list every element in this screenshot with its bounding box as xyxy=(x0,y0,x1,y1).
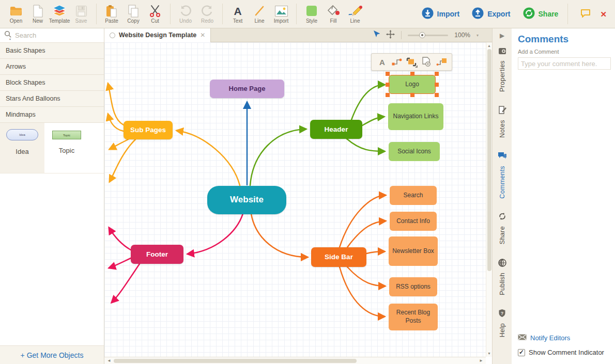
panel-collapse-icon[interactable]: ▶ xyxy=(500,32,504,39)
undo-button[interactable]: Undo xyxy=(175,4,196,24)
tab-properties[interactable]: Properties xyxy=(498,48,506,92)
tab-website-design-template[interactable]: Website Design Template ✕ xyxy=(104,28,211,42)
text-button[interactable]: A Text xyxy=(227,4,249,24)
checkbox-checked-icon[interactable] xyxy=(518,349,525,356)
tab-publish[interactable]: Publish xyxy=(498,259,506,295)
selection-handle[interactable] xyxy=(410,72,414,76)
style-button[interactable]: Style xyxy=(301,4,322,24)
share-button[interactable]: Share xyxy=(523,7,559,21)
tab-notes[interactable]: Notes xyxy=(498,106,506,138)
sidebar-item-mindmaps[interactable]: Mindmaps xyxy=(0,107,104,123)
zoom-slider[interactable] xyxy=(408,35,448,36)
get-more-objects-link[interactable]: + Get More Objects xyxy=(0,345,104,364)
tab-share[interactable]: Share xyxy=(498,212,506,244)
toolbar-divider xyxy=(222,4,223,24)
new-button[interactable]: New xyxy=(27,4,49,24)
comment-input[interactable] xyxy=(518,57,611,70)
sidebar-item-block-shapes[interactable]: Block Shapes xyxy=(0,75,104,91)
vertical-scroll-thumb[interactable] xyxy=(487,49,491,271)
doc-settings-icon xyxy=(422,57,431,67)
copy-pages-icon xyxy=(127,4,140,18)
node-footer[interactable]: Footer xyxy=(131,245,183,264)
import-image-button[interactable]: Import xyxy=(270,4,292,24)
node-sub-pages[interactable]: Sub Pages xyxy=(124,121,173,139)
node-website[interactable]: Website xyxy=(207,186,286,214)
scroll-up-icon[interactable]: ▲ xyxy=(487,42,491,49)
style-swatch-icon xyxy=(305,4,318,18)
template-stack-icon xyxy=(52,4,67,18)
notify-editors-link[interactable]: Notify Editors xyxy=(518,333,570,342)
zoom-slider-knob[interactable] xyxy=(419,32,425,38)
selection-handle[interactable] xyxy=(435,72,439,76)
tab-comments[interactable]: Comments xyxy=(498,152,507,199)
sidebar-item-arrows[interactable]: Arrows xyxy=(0,59,104,75)
shape-gallery: Idea Idea Topic Topic xyxy=(0,123,104,173)
context-link-shape-button[interactable] xyxy=(435,56,448,68)
open-button[interactable]: Open xyxy=(5,4,27,24)
folder-icon xyxy=(9,4,23,18)
selection-handle[interactable] xyxy=(435,83,439,87)
import-button[interactable]: Import xyxy=(422,7,460,21)
node-label: Recent Blog Posts xyxy=(390,309,437,325)
horizontal-scrollbar[interactable]: ◄ ► xyxy=(104,357,486,364)
paste-button[interactable]: Paste xyxy=(101,4,122,24)
search-filter-caret[interactable]: ▾ xyxy=(9,37,11,41)
node-social-icons[interactable]: Social Icons xyxy=(389,142,440,161)
idea-label: Idea xyxy=(16,148,28,155)
selection-handle[interactable] xyxy=(386,93,390,97)
selection-handle[interactable] xyxy=(386,72,390,76)
context-shape-button[interactable] xyxy=(405,56,418,68)
shape-topic[interactable]: Topic Topic xyxy=(44,123,89,173)
fill-button[interactable]: Fill xyxy=(322,4,344,24)
node-recent-blog-posts[interactable]: Recent Blog Posts xyxy=(389,304,438,330)
node-newsletter-box[interactable]: Newsletter Box xyxy=(389,236,438,266)
selection-handle[interactable] xyxy=(410,93,414,97)
node-rss-options[interactable]: RSS options xyxy=(389,277,437,296)
horizontal-scroll-thumb[interactable] xyxy=(114,359,357,363)
idea-preview-text: Idea xyxy=(19,133,25,136)
tab-help[interactable]: ? Help xyxy=(498,309,506,337)
shape-idea[interactable]: Idea Idea xyxy=(0,123,44,173)
floppy-icon xyxy=(75,4,87,18)
diagram-canvas[interactable]: Home Page Website Sub Pages Header Foote… xyxy=(104,42,486,357)
toolbar-divider xyxy=(296,4,297,24)
select-cursor-icon[interactable] xyxy=(373,30,380,41)
node-side-bar[interactable]: Side Bar xyxy=(311,247,366,267)
redo-button[interactable]: Redo xyxy=(196,4,218,24)
context-text-button[interactable]: A xyxy=(376,56,388,68)
node-header[interactable]: Header xyxy=(310,120,362,139)
line-style-button[interactable]: Line xyxy=(344,4,366,24)
scroll-right-icon[interactable]: ► xyxy=(476,358,486,363)
show-comment-indicator-toggle[interactable]: Show Comment Indicator xyxy=(518,349,604,356)
template-button[interactable]: Template xyxy=(49,4,70,24)
comment-bubble-icon[interactable] xyxy=(580,9,591,20)
zoom-dropdown-caret[interactable]: ▾ xyxy=(476,33,479,38)
close-icon[interactable]: ✕ xyxy=(600,10,607,18)
line-button[interactable]: Line xyxy=(249,4,270,24)
node-home-page[interactable]: Home Page xyxy=(210,80,284,98)
scroll-down-icon[interactable]: ▼ xyxy=(487,350,491,357)
tab-status-icon xyxy=(110,33,115,38)
context-properties-button[interactable] xyxy=(420,56,433,68)
save-button[interactable]: Save xyxy=(70,4,92,24)
node-contact-info[interactable]: Contact Info xyxy=(390,212,437,231)
node-navigation-links[interactable]: Navigation Links xyxy=(388,103,443,130)
node-search[interactable]: Search xyxy=(390,186,437,205)
context-connector-button[interactable] xyxy=(391,56,403,68)
selection-handle[interactable] xyxy=(386,83,390,87)
sidebar-item-basic-shapes[interactable]: Basic Shapes xyxy=(0,43,104,59)
scroll-left-icon[interactable]: ◄ xyxy=(104,358,114,363)
svg-text:?: ? xyxy=(501,311,504,316)
node-logo[interactable]: Logo xyxy=(389,75,436,94)
sidebar-item-stars-and-balloons[interactable]: Stars And Balloons xyxy=(0,91,104,107)
vertical-scrollbar[interactable]: ▲ ▼ xyxy=(486,42,492,357)
export-button[interactable]: Export xyxy=(472,7,510,21)
redo-label: Redo xyxy=(201,18,213,24)
cut-button[interactable]: Cut xyxy=(144,4,166,24)
pan-move-icon[interactable] xyxy=(386,30,395,41)
main-toolbar: Open New Template Save Paste xyxy=(0,0,615,28)
copy-button[interactable]: Copy xyxy=(122,4,144,24)
tab-close-icon[interactable]: ✕ xyxy=(200,31,205,39)
selection-handle[interactable] xyxy=(435,93,439,97)
search-input[interactable] xyxy=(15,31,93,39)
